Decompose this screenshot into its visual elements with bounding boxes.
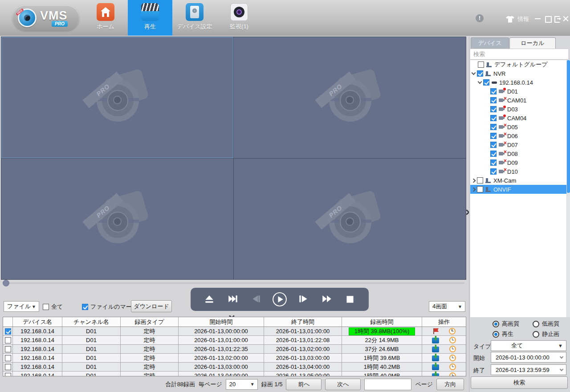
- flag-icon[interactable]: [432, 328, 439, 335]
- tree-scrollbar-thumb[interactable]: [567, 60, 570, 193]
- close-icon[interactable]: [562, 16, 570, 22]
- file-marker-checkbox-row[interactable]: ファイルのマー: [82, 303, 132, 311]
- tree-checkbox[interactable]: [490, 142, 497, 148]
- row-checkbox[interactable]: [5, 337, 11, 343]
- quality-high-radio-row[interactable]: 高画質: [493, 320, 519, 328]
- tab-home[interactable]: ホーム: [83, 0, 128, 36]
- row-checkbox[interactable]: [5, 328, 11, 335]
- select-all-checkbox[interactable]: [43, 304, 49, 310]
- step-forward-button[interactable]: [296, 292, 311, 307]
- tree-checkbox[interactable]: [477, 177, 483, 184]
- clock-icon[interactable]: [449, 337, 456, 343]
- maximize-icon[interactable]: [544, 16, 551, 22]
- tree-item-channel[interactable]: D03: [470, 105, 566, 114]
- tree-checkbox[interactable]: [490, 88, 497, 94]
- tree-item-onvif[interactable]: ONVIF: [470, 185, 566, 194]
- mode-playback-radio[interactable]: [493, 331, 499, 338]
- row-checkbox[interactable]: [5, 346, 11, 352]
- table-row[interactable]: 192.168.0.14 D01 定時 2026-01-13,03:00:00 …: [3, 363, 466, 372]
- table-row[interactable]: 192.168.0.14 D01 定時 2026-01-13,01:22:35 …: [3, 345, 466, 354]
- play-button[interactable]: [272, 292, 287, 307]
- tree-item-nvr[interactable]: NVR: [470, 69, 566, 78]
- table-row[interactable]: 192.168.0.14 D01 定時 2026-01-13,00:00:00 …: [3, 327, 466, 336]
- clock-icon[interactable]: [449, 355, 456, 361]
- step-back-button[interactable]: [248, 292, 264, 307]
- download-button[interactable]: ダウンロード: [131, 300, 172, 312]
- chevron-down-icon[interactable]: [472, 71, 476, 75]
- quality-low-radio[interactable]: [533, 321, 539, 327]
- clock-icon[interactable]: [449, 363, 456, 370]
- video-pane-2[interactable]: PRO: [234, 37, 466, 158]
- download-icon[interactable]: [432, 364, 439, 370]
- end-datetime-field[interactable]: 2026-01-13 23:59:59: [491, 364, 566, 375]
- tree-item-device[interactable]: 192.168.0.14: [470, 78, 566, 87]
- tab-device[interactable]: デバイス: [471, 37, 509, 49]
- start-datetime-field[interactable]: 2026-01-13 00:00:00: [491, 352, 566, 363]
- clock-icon[interactable]: [449, 346, 456, 352]
- tree-checkbox[interactable]: [477, 70, 483, 77]
- minimize-icon[interactable]: [534, 16, 542, 22]
- tree-item-channel[interactable]: CAM04: [470, 114, 566, 122]
- tree-checkbox[interactable]: [483, 79, 489, 86]
- mode-playback-radio-row[interactable]: 再生: [493, 330, 513, 338]
- tree-item-default-group[interactable]: デフォルトグループ: [470, 60, 566, 69]
- row-checkbox[interactable]: [5, 364, 11, 370]
- type-select[interactable]: 全て ▼: [491, 340, 566, 351]
- tree-checkbox[interactable]: [490, 159, 497, 166]
- tree-item-xm-cam[interactable]: XM-Cam: [470, 176, 566, 185]
- logout-icon[interactable]: [554, 16, 561, 22]
- tab-local[interactable]: ローカル: [509, 37, 556, 49]
- table-row[interactable]: 192.168.0.14 D01 定時 2026-01-13,02:00:00 …: [3, 354, 466, 363]
- tree-checkbox[interactable]: [490, 133, 497, 139]
- fast-forward-button[interactable]: [319, 292, 334, 307]
- scrubber-handle[interactable]: [3, 280, 9, 286]
- video-pane-4[interactable]: PRO: [234, 159, 466, 280]
- screen-layout-select[interactable]: 4画面 ▼: [429, 301, 465, 312]
- scrubber-track[interactable]: [3, 282, 464, 284]
- tree-checkbox[interactable]: [490, 106, 497, 112]
- download-icon[interactable]: [432, 355, 439, 361]
- tree-item-channel[interactable]: D05: [470, 122, 566, 131]
- file-marker-checkbox[interactable]: [82, 304, 88, 310]
- download-icon[interactable]: [432, 338, 439, 343]
- download-icon[interactable]: [432, 373, 439, 376]
- row-checkbox[interactable]: [5, 355, 11, 361]
- table-row[interactable]: 192.168.0.14 D01 定時 2026-01-13,01:00:00 …: [3, 336, 466, 345]
- tree-item-channel[interactable]: D06: [470, 131, 566, 140]
- tree-item-channel[interactable]: D07: [470, 140, 566, 149]
- tree-checkbox[interactable]: [490, 97, 497, 103]
- alert-icon[interactable]: !: [476, 14, 484, 22]
- tab-playback[interactable]: 再生: [128, 0, 172, 36]
- mode-still-radio-row[interactable]: 静止画: [533, 330, 559, 338]
- tree-checkbox[interactable]: [490, 115, 497, 121]
- quality-low-radio-row[interactable]: 低画質: [533, 320, 559, 328]
- eject-button[interactable]: [202, 292, 217, 307]
- tree-item-channel[interactable]: D01: [470, 87, 566, 96]
- page-number-input[interactable]: [364, 379, 411, 390]
- quality-high-radio[interactable]: [493, 321, 499, 327]
- tree-item-channel[interactable]: CAM01: [470, 96, 566, 105]
- row-checkbox[interactable]: [5, 373, 11, 377]
- table-row[interactable]: 192.168.0.14 D01 定時 2026-01-13,04:00:00 …: [3, 372, 466, 376]
- video-pane-3[interactable]: PRO: [1, 159, 233, 280]
- tree-checkbox[interactable]: [490, 124, 497, 130]
- tree-checkbox[interactable]: [490, 168, 497, 175]
- clock-icon[interactable]: [449, 372, 456, 376]
- tab-device-settings[interactable]: デバイス設定: [172, 0, 217, 36]
- tree-checkbox[interactable]: [477, 186, 483, 192]
- chevron-down-icon[interactable]: [478, 80, 482, 84]
- video-pane-1[interactable]: PRO: [1, 37, 233, 158]
- next-page-button[interactable]: 次へ: [325, 379, 361, 390]
- file-type-select[interactable]: ファイル ▼: [4, 301, 39, 312]
- download-icon[interactable]: [432, 347, 439, 352]
- device-search-input[interactable]: [470, 49, 568, 60]
- stop-button[interactable]: [342, 292, 358, 307]
- mode-still-radio[interactable]: [533, 331, 539, 338]
- prev-page-button[interactable]: 前へ: [286, 379, 322, 390]
- go-to-page-button[interactable]: 方向: [436, 379, 464, 390]
- tree-checkbox[interactable]: [478, 61, 484, 68]
- chevron-right-icon[interactable]: [472, 178, 476, 183]
- tab-monitor[interactable]: 監視(1): [217, 0, 261, 36]
- info-button[interactable]: 情報: [506, 15, 529, 23]
- tree-item-channel[interactable]: D10: [470, 167, 566, 176]
